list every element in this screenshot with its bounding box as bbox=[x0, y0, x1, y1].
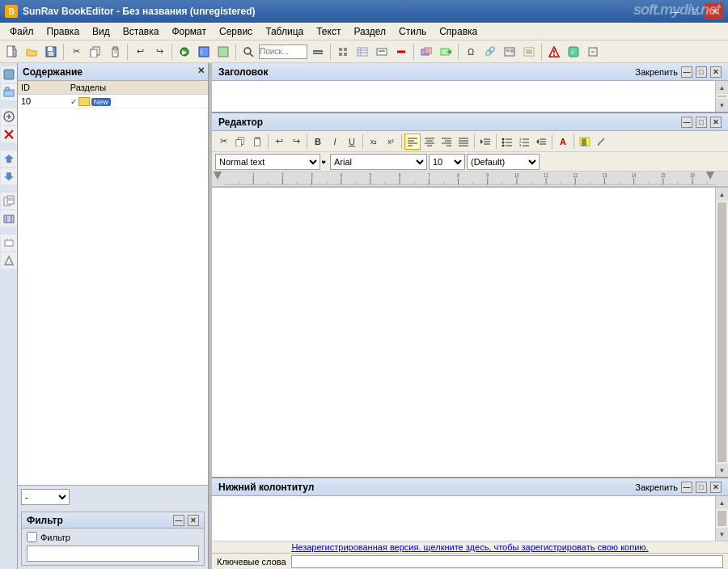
et-cut[interactable]: ✂ bbox=[215, 134, 231, 150]
tb-btn-4[interactable]: ▶ bbox=[176, 43, 193, 61]
tb-btn-6[interactable] bbox=[214, 43, 232, 61]
left-icon-8[interactable] bbox=[1, 210, 17, 227]
et-bullet-list[interactable] bbox=[499, 134, 515, 150]
menu-section[interactable]: Раздел bbox=[347, 24, 392, 39]
et-italic[interactable]: I bbox=[327, 134, 343, 150]
footer-scrollbar-up[interactable]: ▲ bbox=[716, 496, 728, 509]
footer-scrollbar-thumb[interactable] bbox=[717, 511, 726, 526]
tb-btn-15[interactable]: 🔗 bbox=[481, 43, 499, 61]
et-pen[interactable] bbox=[594, 134, 610, 150]
left-icon-9[interactable] bbox=[1, 235, 17, 251]
search-button[interactable] bbox=[239, 43, 257, 61]
contents-close-button[interactable]: ✕ bbox=[197, 66, 205, 76]
left-icon-1[interactable] bbox=[1, 66, 17, 83]
paste-button[interactable] bbox=[106, 43, 124, 61]
footer-close-button[interactable]: ✕ bbox=[710, 482, 722, 493]
et-font-color[interactable]: A bbox=[555, 134, 571, 150]
left-icon-7[interactable] bbox=[1, 193, 17, 209]
tb-btn-9[interactable] bbox=[353, 43, 371, 61]
menu-help[interactable]: Справка bbox=[433, 24, 484, 39]
filter-checkbox[interactable] bbox=[27, 532, 37, 542]
footer-scrollbar-down[interactable]: ▼ bbox=[716, 528, 728, 541]
editor-scrollbar-thumb[interactable] bbox=[717, 202, 726, 462]
et-align-justify[interactable] bbox=[455, 134, 472, 150]
header-minimize-button[interactable]: — bbox=[681, 66, 692, 78]
et-underline[interactable]: U bbox=[344, 134, 360, 150]
editor-textarea[interactable] bbox=[212, 188, 715, 477]
footer-minimize-button[interactable]: — bbox=[681, 482, 692, 493]
left-icon-3[interactable] bbox=[1, 108, 17, 125]
new-button[interactable] bbox=[3, 43, 21, 61]
et-list-indent[interactable] bbox=[533, 134, 549, 150]
et-align-right[interactable] bbox=[438, 134, 455, 150]
cut-button[interactable]: ✂ bbox=[67, 43, 85, 61]
tb-btn-10[interactable] bbox=[373, 43, 391, 61]
left-icon-6[interactable] bbox=[1, 168, 17, 185]
et-indent-dec[interactable] bbox=[477, 134, 493, 150]
menu-style[interactable]: Стиль bbox=[392, 24, 433, 39]
tb-btn-19[interactable]: ✓ bbox=[565, 43, 582, 61]
menu-format[interactable]: Формат bbox=[165, 24, 213, 39]
header-maximize-button[interactable]: □ bbox=[696, 66, 707, 78]
tb-btn-13[interactable] bbox=[437, 43, 455, 61]
filter-minimize-button[interactable]: — bbox=[173, 515, 184, 526]
menu-text[interactable]: Текст bbox=[310, 24, 347, 39]
menu-service[interactable]: Сервис bbox=[213, 24, 259, 39]
tb-btn-7[interactable] bbox=[309, 43, 327, 61]
save-button[interactable] bbox=[42, 43, 60, 61]
undo-button[interactable]: ↩ bbox=[131, 43, 149, 61]
left-icon-4[interactable] bbox=[1, 126, 17, 142]
tb-btn-5[interactable]: i bbox=[195, 43, 213, 61]
et-highlight[interactable]: ▓ bbox=[577, 134, 593, 150]
scrollbar-thumb[interactable] bbox=[717, 96, 726, 97]
tb-btn-20[interactable] bbox=[584, 43, 602, 61]
et-num-list[interactable]: 1.2.3. bbox=[516, 134, 532, 150]
menu-table[interactable]: Таблица bbox=[259, 24, 310, 39]
et-align-left[interactable] bbox=[404, 134, 421, 150]
editor-close-button[interactable]: ✕ bbox=[710, 117, 722, 128]
editor-scrollbar-down[interactable]: ▼ bbox=[716, 464, 728, 477]
tb-btn-8[interactable] bbox=[334, 43, 352, 61]
header-close-button[interactable]: ✕ bbox=[710, 66, 722, 78]
copy-button[interactable] bbox=[87, 43, 104, 61]
et-align-center[interactable] bbox=[421, 134, 438, 150]
menu-edit[interactable]: Правка bbox=[40, 24, 87, 39]
registration-notice[interactable]: Незарегистрированная версия. щелкните зд… bbox=[212, 541, 728, 553]
filter-text-input[interactable] bbox=[27, 546, 199, 562]
tb-btn-18[interactable] bbox=[545, 43, 563, 61]
footer-maximize-button[interactable]: □ bbox=[696, 482, 707, 493]
et-copy[interactable] bbox=[232, 134, 248, 150]
style-select[interactable]: Normal text bbox=[215, 154, 320, 170]
tb-btn-14[interactable]: Ω bbox=[462, 43, 480, 61]
tb-btn-16[interactable] bbox=[501, 43, 518, 61]
theme-select[interactable]: (Default) bbox=[467, 154, 540, 170]
et-subscript[interactable]: x₂ bbox=[366, 134, 382, 150]
tb-btn-11[interactable] bbox=[392, 43, 410, 61]
et-redo[interactable]: ↪ bbox=[288, 134, 304, 150]
menu-view[interactable]: Вид bbox=[86, 24, 116, 39]
et-paste[interactable] bbox=[249, 134, 265, 150]
et-undo[interactable]: ↩ bbox=[271, 134, 287, 150]
editor-maximize-button[interactable]: □ bbox=[696, 117, 707, 128]
menu-insert[interactable]: Вставка bbox=[116, 24, 166, 39]
scrollbar-up[interactable]: ▲ bbox=[716, 81, 728, 94]
search-input[interactable] bbox=[259, 45, 307, 59]
filter-close-button[interactable]: ✕ bbox=[188, 515, 199, 526]
scrollbar-down[interactable]: ▼ bbox=[716, 99, 728, 112]
left-icon-5[interactable] bbox=[1, 151, 17, 167]
redo-button[interactable]: ↪ bbox=[150, 43, 168, 61]
keywords-input[interactable] bbox=[291, 555, 723, 568]
tb-btn-12[interactable] bbox=[417, 43, 435, 61]
style-dropdown-arrow[interactable] bbox=[322, 154, 328, 170]
section-dropdown[interactable]: - bbox=[21, 489, 70, 505]
size-select[interactable]: 10 bbox=[429, 154, 465, 170]
menu-file[interactable]: Файл bbox=[3, 24, 40, 39]
editor-scrollbar-up[interactable]: ▲ bbox=[716, 188, 728, 201]
et-bold[interactable]: B bbox=[310, 134, 326, 150]
et-superscript[interactable]: x² bbox=[383, 134, 399, 150]
tb-btn-17[interactable] bbox=[520, 43, 538, 61]
left-icon-10[interactable] bbox=[1, 253, 17, 269]
open-button[interactable] bbox=[23, 43, 40, 61]
table-row[interactable]: 10 ✓ New bbox=[18, 95, 208, 108]
font-select[interactable]: Arial bbox=[330, 154, 427, 170]
